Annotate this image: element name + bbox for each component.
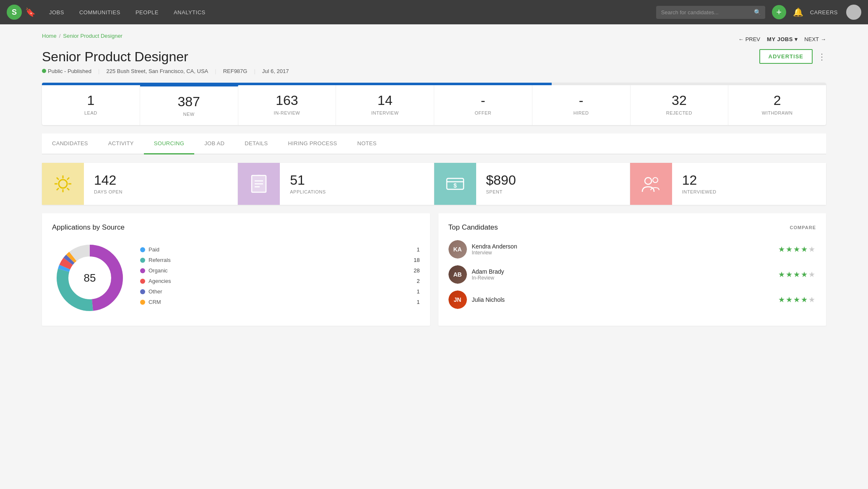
nav-jobs[interactable]: JOBS [42, 6, 71, 19]
sourcing-icon-interviewed [630, 163, 672, 205]
header-row: Senior Product Designer ADVERTISE ⋮ [42, 49, 826, 65]
breadcrumb-current[interactable]: Senior Product Designer [63, 33, 123, 39]
page-title: Senior Product Designer [42, 49, 188, 65]
sourcing-cards: 142 DAYS OPEN 51 APPLICATIONS [42, 163, 826, 205]
search-wrap: 🔍 [656, 6, 765, 19]
top-candidates-card: Top Candidates COMPARE KA Kendra Anderso… [438, 213, 826, 326]
job-address: 225 Bush Street, San Francisco, CA, USA [106, 68, 208, 74]
legend-crm: CRM 1 [140, 299, 420, 305]
stat-interview[interactable]: 14 INTERVIEW [336, 85, 434, 125]
candidate-row-adam[interactable]: AB Adam Brady In-Review ★★★★★ [448, 265, 816, 284]
prev-button[interactable]: ← PREV [738, 36, 760, 42]
candidate-row-kendra[interactable]: KA Kendra Anderson Interview ★★★★★ [448, 240, 816, 259]
candidate-avatar-kendra: KA [448, 240, 467, 259]
candidate-stars-adam: ★★★★★ [778, 270, 816, 279]
tab-candidates[interactable]: CANDIDATES [42, 133, 98, 154]
bell-icon[interactable]: 🔔 [793, 7, 803, 17]
chart-area: 85 Paid 1 Referrals 18 Organic 28 [52, 240, 420, 316]
stat-lead[interactable]: 1 LEAD [42, 85, 140, 125]
legend-referrals: Referrals 18 [140, 257, 420, 263]
progress-track [42, 83, 826, 85]
stat-withdrawn[interactable]: 2 WITHDRAWN [728, 85, 826, 125]
my-jobs-button[interactable]: MY JOBS ▾ [767, 36, 798, 42]
more-options-button[interactable]: ⋮ [818, 52, 826, 62]
sourcing-icon-spent: $ [434, 163, 476, 205]
progress-fill [42, 83, 552, 85]
svg-line-5 [57, 178, 59, 180]
applications-by-source-title: Applications by Source [52, 223, 420, 232]
candidate-info-julia: Julia Nichols [472, 296, 774, 303]
stat-rejected[interactable]: 32 REJECTED [631, 85, 729, 125]
tab-activity[interactable]: ACTIVITY [98, 133, 144, 154]
tab-jobad[interactable]: JOB AD [194, 133, 235, 154]
candidate-info-kendra: Kendra Anderson Interview [472, 243, 774, 256]
breadcrumb-home[interactable]: Home [42, 33, 57, 39]
applications-by-source-card: Applications by Source [42, 213, 430, 326]
stat-hired[interactable]: - HIRED [532, 85, 631, 125]
tabs: CANDIDATES ACTIVITY SOURCING JOB AD DETA… [42, 133, 826, 154]
svg-point-18 [653, 178, 658, 183]
svg-text:$: $ [454, 182, 457, 189]
header-actions: ADVERTISE ⋮ [759, 49, 826, 64]
stat-offer[interactable]: - OFFER [434, 85, 532, 125]
svg-line-7 [67, 178, 69, 180]
next-button[interactable]: NEXT → [804, 36, 826, 42]
candidate-stars-kendra: ★★★★★ [778, 245, 816, 254]
careers-link[interactable]: CAREERS [810, 9, 838, 16]
candidate-name-julia: Julia Nichols [472, 296, 774, 303]
sourcing-icon-apps [238, 163, 280, 205]
add-button[interactable]: + [772, 5, 786, 19]
compare-button[interactable]: COMPARE [790, 225, 816, 230]
breadcrumb-separator: / [59, 33, 61, 39]
sourcing-icon-days [42, 163, 84, 205]
stats-container: 1 LEAD 387 NEW 163 IN-REVIEW 14 INTERVIE… [42, 83, 826, 125]
sourcing-card-days: 142 DAYS OPEN [42, 163, 238, 205]
logo: S [7, 5, 22, 20]
legend-organic: Organic 28 [140, 267, 420, 274]
candidate-name-adam: Adam Brady [472, 268, 774, 275]
job-meta: Public - Published | 225 Bush Street, Sa… [42, 68, 826, 74]
pagination-controls: ← PREV MY JOBS ▾ NEXT → [738, 36, 826, 42]
tab-hiring-process[interactable]: HIRING PROCESS [278, 133, 347, 154]
card-header: Top Candidates COMPARE [448, 223, 816, 232]
candidate-row-julia[interactable]: JN Julia Nichols ★★★★★ [448, 290, 816, 309]
job-ref: REF987G [223, 68, 248, 74]
donut-chart: 85 [52, 240, 128, 316]
top-candidates-title: Top Candidates [448, 223, 498, 232]
advertise-button[interactable]: ADVERTISE [759, 49, 813, 64]
tab-notes[interactable]: NOTES [347, 133, 386, 154]
tab-details[interactable]: DETAILS [235, 133, 278, 154]
sourcing-card-interviewed: 12 INTERVIEWED [630, 163, 826, 205]
job-status: Public - Published [42, 68, 91, 74]
legend-paid: Paid 1 [140, 246, 420, 253]
nav-people[interactable]: PEOPLE [129, 6, 165, 19]
nav-analytics[interactable]: ANALYTICS [167, 6, 212, 19]
donut-total: 85 [84, 272, 96, 285]
candidate-avatar-adam: AB [448, 265, 467, 284]
sourcing-info-days: 142 DAYS OPEN [84, 167, 133, 201]
stat-inreview[interactable]: 163 IN-REVIEW [238, 85, 336, 125]
nav-items: JOBS COMMUNITIES PEOPLE ANALYTICS [42, 6, 653, 19]
job-date: Jul 6, 2017 [262, 68, 289, 74]
legend-agencies: Agencies 2 [140, 278, 420, 284]
tab-sourcing[interactable]: SOURCING [144, 133, 194, 154]
sourcing-card-apps: 51 APPLICATIONS [238, 163, 434, 205]
candidate-name-kendra: Kendra Anderson [472, 243, 774, 250]
svg-line-6 [67, 188, 69, 190]
stats-row: 1 LEAD 387 NEW 163 IN-REVIEW 14 INTERVIE… [42, 85, 826, 125]
bookmark-icon[interactable]: 🔖 [25, 7, 36, 17]
candidate-avatar-julia: JN [448, 290, 467, 309]
search-icon: 🔍 [754, 9, 761, 16]
candidate-info-adam: Adam Brady In-Review [472, 268, 774, 281]
nav-communities[interactable]: COMMUNITIES [73, 6, 127, 19]
sourcing-info-interviewed: 12 INTERVIEWED [672, 167, 727, 201]
legend-other: Other 1 [140, 288, 420, 295]
nav-bar: S 🔖 JOBS COMMUNITIES PEOPLE ANALYTICS 🔍 … [0, 0, 868, 24]
search-input[interactable] [656, 6, 765, 19]
sourcing-info-spent: $890 SPENT [476, 167, 526, 201]
avatar[interactable] [846, 5, 861, 20]
sourcing-info-apps: 51 APPLICATIONS [280, 167, 336, 201]
stat-new[interactable]: 387 NEW [140, 85, 238, 125]
sourcing-card-spent: $ $890 SPENT [434, 163, 630, 205]
candidate-stage-adam: In-Review [472, 275, 774, 281]
